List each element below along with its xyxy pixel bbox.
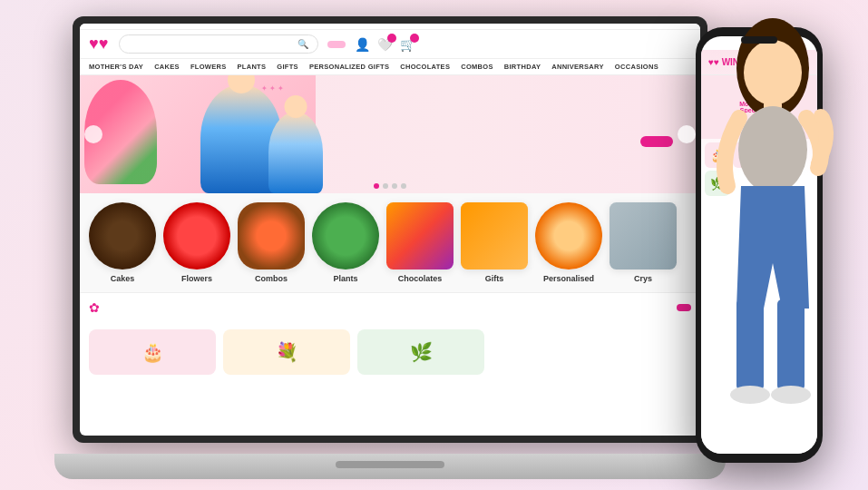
svg-point-6: [730, 386, 770, 404]
child-figure: [268, 112, 323, 193]
nav-plants[interactable]: PLANTS: [238, 63, 267, 71]
nav-combos[interactable]: COMBOS: [461, 63, 493, 71]
category-plants[interactable]: Plants: [312, 202, 379, 283]
user-icon: 👤: [355, 37, 370, 52]
banner-decoration: ✦ ✦ ✦: [261, 84, 284, 93]
svg-point-8: [814, 109, 828, 123]
svg-point-1: [744, 40, 802, 105]
moms-day-section-header: ✿: [80, 292, 700, 322]
laptop-frame: ♥♥ 🔍 👤 🤍: [73, 16, 726, 479]
top-utility-bar: [80, 24, 700, 30]
dot-1[interactable]: [374, 183, 379, 189]
product-card-2[interactable]: 💐: [223, 329, 350, 375]
svg-point-7: [771, 386, 811, 404]
wishlist-badge: [387, 34, 396, 43]
nav-birthday[interactable]: BIRTHDAY: [504, 63, 541, 71]
hero-banner: ✦ ✦ ✦: [80, 75, 700, 193]
gifts-image: [461, 202, 528, 270]
personalised-label: Personalised: [543, 274, 594, 283]
category-flowers[interactable]: Flowers: [163, 202, 230, 283]
plants-label: Plants: [333, 274, 357, 283]
crystals-label: Crys: [634, 274, 652, 283]
chocolates-image: [386, 202, 454, 270]
phone-notch: [741, 36, 777, 44]
combos-image: [238, 202, 305, 270]
nav-occasions[interactable]: OCCASIONS: [615, 63, 658, 71]
nav-chocolates[interactable]: CHOCOLATES: [400, 63, 450, 71]
category-combos[interactable]: Combos: [238, 202, 305, 283]
laptop-screen: ♥♥ 🔍 👤 🤍: [80, 24, 700, 436]
laptop-screen-outer: ♥♥ 🔍 👤 🤍: [73, 16, 707, 443]
order-now-button[interactable]: [640, 136, 673, 147]
wishlist-icon-button[interactable]: 🤍: [377, 37, 393, 52]
laptop-base: [54, 454, 726, 479]
svg-point-3: [738, 106, 807, 193]
category-gifts[interactable]: Gifts: [461, 202, 528, 283]
dot-2[interactable]: [383, 183, 388, 189]
header-icons: 👤 🤍 🛒: [355, 37, 415, 52]
product-image-3: 🌿: [410, 341, 433, 363]
category-crystals[interactable]: Crys: [610, 202, 677, 283]
nav-gifts[interactable]: GIFTS: [277, 63, 298, 71]
svg-rect-4: [736, 299, 764, 390]
nav-flowers[interactable]: FLOWERS: [190, 63, 227, 71]
product-card-3[interactable]: 🌿: [357, 329, 484, 375]
crystals-image: [610, 202, 677, 270]
banner-people-image: [161, 75, 361, 193]
flowers-image: [163, 202, 230, 270]
user-icon-button[interactable]: 👤: [355, 37, 370, 52]
gifts-label: Gifts: [485, 274, 504, 283]
category-cakes[interactable]: Cakes: [89, 202, 156, 283]
logo-heart-icon: ♥♥: [89, 34, 108, 54]
cart-badge: [410, 34, 419, 43]
nav-mothers-day[interactable]: MOTHER'S DAY: [89, 63, 143, 71]
flowers-label: Flowers: [181, 274, 212, 283]
combos-label: Combos: [255, 274, 288, 283]
dot-3[interactable]: [392, 183, 397, 189]
product-image-2: 💐: [276, 341, 298, 363]
product-card-1[interactable]: 🎂: [89, 329, 216, 375]
woman-svg: [678, 18, 859, 481]
banner-text-block: [640, 122, 673, 147]
delivery-location-button[interactable]: [327, 41, 346, 48]
banner-prev-button[interactable]: [84, 125, 102, 143]
section-icon: ✿: [89, 300, 100, 315]
category-grid: Cakes Flowers Combos Plants: [80, 193, 700, 292]
search-input[interactable]: [129, 40, 297, 49]
header: ♥♥ 🔍 👤 🤍: [80, 30, 700, 59]
logo[interactable]: ♥♥: [89, 34, 110, 54]
plants-image: [312, 202, 379, 270]
search-icon[interactable]: 🔍: [297, 39, 308, 49]
nav-anniversary[interactable]: ANNIVERSARY: [551, 63, 604, 71]
nav-cakes[interactable]: CAKES: [154, 63, 180, 71]
nav-personalized[interactable]: PERSONALIZED GIFTS: [309, 63, 389, 71]
cakes-label: Cakes: [111, 274, 135, 283]
dot-4[interactable]: [401, 183, 406, 189]
main-navigation: MOTHER'S DAY CAKES FLOWERS PLANTS GIFTS …: [80, 59, 700, 75]
product-image-1: 🎂: [141, 341, 164, 363]
cakes-image: [89, 202, 156, 270]
personalised-image: [535, 202, 602, 270]
product-preview-strip: 🎂 💐 🌿: [80, 322, 700, 377]
logo-icon: ♥♥: [89, 34, 108, 54]
chocolates-label: Chocolates: [398, 274, 443, 283]
cart-icon-button[interactable]: 🛒: [400, 37, 415, 52]
search-bar[interactable]: 🔍: [119, 34, 318, 54]
category-personalised[interactable]: Personalised: [535, 202, 602, 283]
category-chocolates[interactable]: Chocolates: [386, 202, 454, 283]
banner-pagination: [374, 183, 406, 189]
svg-rect-5: [777, 299, 805, 390]
woman-figure: [678, 18, 859, 481]
banner-next-button[interactable]: [678, 125, 696, 143]
